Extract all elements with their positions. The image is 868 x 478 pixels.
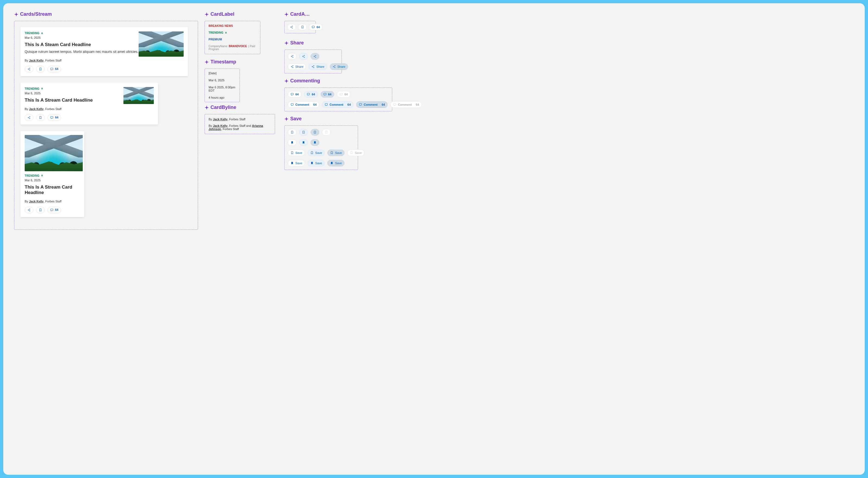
comment-icon — [359, 103, 362, 106]
save-button-disabled — [322, 129, 331, 135]
author-link[interactable]: Jack Kelly — [29, 107, 44, 110]
save-button-hover[interactable] — [299, 129, 308, 135]
diamond-icon — [14, 12, 19, 16]
save-button-saved-hover[interactable] — [299, 139, 308, 146]
canvas: Cards/Stream TRENDING Mar 6, 2025 This I… — [3, 3, 865, 475]
save-button-active-label[interactable]: Save — [328, 149, 344, 156]
svg-line-16 — [29, 210, 30, 211]
svg-point-44 — [314, 66, 314, 66]
share-icon — [27, 208, 31, 212]
save-button-saved-hover-label[interactable]: Save — [308, 160, 325, 166]
svg-point-8 — [30, 118, 30, 119]
author-link[interactable]: Jack Kelly — [29, 59, 44, 62]
card-label-trending: TRENDING — [25, 87, 43, 90]
share-button-default[interactable] — [288, 53, 297, 60]
card-date: Mar 6, 2025 — [25, 178, 80, 182]
timestamp-short: Mar 6, 2025 — [209, 78, 236, 82]
share-button[interactable] — [25, 207, 33, 213]
bookmark-filled-icon — [290, 141, 294, 144]
card-byline: By Jack Kelly, Forbes Staff — [25, 200, 80, 203]
comment-button-active-label[interactable]: Comment 64 — [356, 101, 388, 108]
commenting-box: 64 64 64 64 Comment 64 Comment 64 Commen… — [284, 88, 392, 111]
share-icon — [313, 55, 316, 58]
share-icon — [27, 116, 31, 119]
diamond-icon — [284, 41, 289, 45]
svg-line-3 — [29, 68, 30, 69]
comment-button-default[interactable]: 64 — [288, 91, 301, 98]
svg-point-31 — [304, 57, 305, 58]
svg-point-2 — [30, 70, 30, 70]
stream-card[interactable]: TRENDING Mar 6, 2025 This Is A Stream Ca… — [20, 131, 84, 217]
save-button-hover-label[interactable]: Save — [308, 149, 325, 156]
share-button-active[interactable] — [311, 53, 319, 60]
svg-point-25 — [291, 56, 291, 57]
section-cardlabel: CardLabel BREAKING NEWS TRENDING PREMIUM… — [205, 11, 260, 54]
save-button[interactable] — [36, 207, 45, 213]
card-actions: 64 — [25, 66, 184, 72]
share-button-hover-label[interactable]: Share — [309, 63, 327, 70]
comment-button[interactable]: 64 — [48, 207, 61, 213]
svg-line-22 — [291, 27, 292, 28]
save-button-saved-default-label[interactable]: Save — [288, 160, 305, 166]
save-button-saved-default[interactable] — [288, 139, 297, 146]
comment-button-default-label[interactable]: Comment 64 — [288, 101, 319, 108]
section-save: Save Save Save Save Save Save — [284, 116, 358, 170]
svg-point-49 — [335, 66, 335, 66]
svg-point-50 — [333, 66, 334, 67]
svg-rect-17 — [51, 209, 53, 211]
bookmark-filled-icon — [290, 162, 294, 165]
timestamp-placeholder: [Date] — [209, 72, 236, 75]
svg-rect-57 — [340, 93, 342, 95]
svg-point-14 — [30, 210, 30, 211]
save-button-saved-active[interactable] — [311, 139, 319, 146]
chevrons-up-icon — [41, 87, 43, 90]
svg-point-41 — [293, 67, 293, 68]
section-title-share: Share — [284, 40, 342, 46]
diamond-icon — [205, 12, 209, 16]
save-button-default-label[interactable]: Save — [288, 149, 305, 156]
card-headline[interactable]: This Is A Stream Card Headline — [25, 184, 80, 195]
share-icon — [290, 55, 294, 58]
svg-rect-60 — [360, 104, 362, 105]
svg-line-21 — [291, 26, 292, 27]
bookmark-filled-icon — [330, 162, 333, 165]
author-link[interactable]: Jack Kelly — [29, 200, 44, 203]
save-button-default[interactable] — [288, 129, 297, 135]
svg-point-34 — [315, 55, 316, 56]
share-button-default-label[interactable]: Share — [288, 63, 306, 70]
save-box: Save Save Save Save Save Save Save — [284, 126, 358, 170]
share-icon — [311, 65, 315, 68]
svg-point-12 — [30, 209, 30, 209]
share-button-active-label[interactable]: Share — [330, 63, 348, 70]
share-button[interactable] — [25, 114, 33, 121]
save-button-active[interactable] — [311, 129, 319, 135]
svg-rect-55 — [307, 93, 310, 95]
save-button-saved-active-label[interactable]: Save — [328, 160, 344, 166]
comment-button-hover-label[interactable]: Comment 64 — [322, 101, 353, 108]
comment-button-hover[interactable]: 64 — [304, 91, 318, 98]
share-icon — [333, 65, 336, 68]
comment-button[interactable]: 64 — [48, 114, 61, 121]
comment-button-active[interactable]: 64 — [321, 91, 334, 98]
stream-card[interactable]: TRENDING Mar 6, 2025 This Is A Stream Ca… — [20, 83, 158, 125]
section-title-cards-stream: Cards/Stream — [14, 11, 198, 17]
comment-icon — [323, 93, 327, 96]
author-link[interactable]: Jack Kelly — [213, 124, 227, 127]
save-button[interactable] — [298, 24, 307, 30]
stream-card[interactable]: TRENDING Mar 6, 2025 This Is A Steam Car… — [20, 27, 188, 76]
save-button[interactable] — [36, 114, 45, 121]
section-cards-stream: Cards/Stream TRENDING Mar 6, 2025 This I… — [14, 11, 198, 230]
share-button-hover[interactable] — [299, 53, 308, 60]
svg-line-4 — [29, 69, 30, 70]
save-button-disabled-label: Save — [347, 149, 364, 156]
comment-button[interactable]: 64 — [48, 66, 61, 72]
share-button[interactable] — [287, 24, 296, 30]
svg-point-0 — [30, 68, 30, 68]
comment-button[interactable]: 64 — [309, 24, 322, 30]
comment-button-disabled: 64 — [337, 91, 350, 98]
card-image — [138, 31, 184, 57]
byline-single: By Jack Kelly, Forbes Staff — [209, 117, 271, 121]
author-link[interactable]: Jack Kelly — [213, 117, 227, 121]
save-button[interactable] — [36, 66, 45, 72]
share-button[interactable] — [25, 66, 33, 72]
